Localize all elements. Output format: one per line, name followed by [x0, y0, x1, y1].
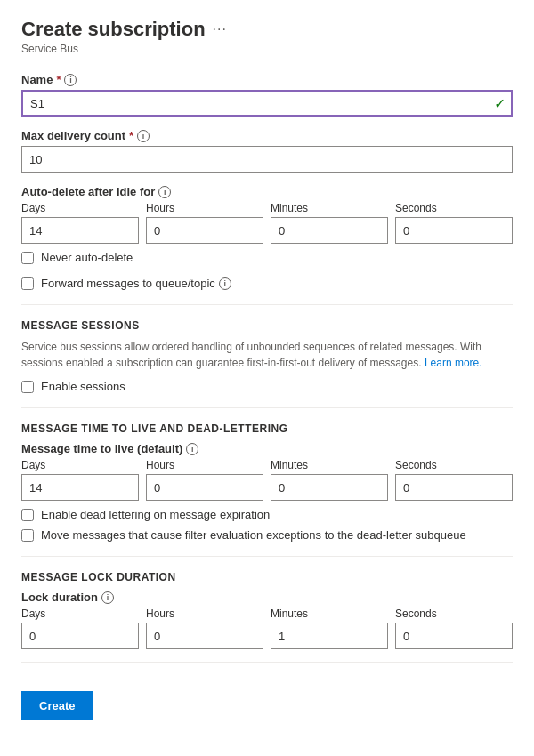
create-button[interactable]: Create [21, 691, 93, 720]
never-auto-delete-row: Never auto-delete [21, 251, 513, 264]
lock-divider [21, 556, 513, 557]
dead-letter-expiration-row: Enable dead lettering on message expirat… [21, 508, 513, 521]
forward-messages-checkbox[interactable] [21, 277, 34, 290]
name-required-star: * [56, 73, 61, 86]
ttl-hours-input[interactable] [146, 474, 263, 501]
ttl-days-input[interactable] [21, 474, 139, 501]
lock-label: Lock duration i [21, 591, 513, 604]
never-auto-delete-label: Never auto-delete [41, 251, 133, 264]
lock-minutes: Minutes [271, 607, 388, 649]
enable-sessions-row: Enable sessions [21, 380, 513, 393]
sessions-heading: MESSAGE SESSIONS [21, 319, 513, 332]
lock-duration-group: MESSAGE LOCK DURATION Lock duration i Da… [21, 571, 513, 649]
name-label: Name * i [21, 73, 513, 86]
filter-exception-label: Move messages that cause filter evaluati… [41, 528, 466, 542]
name-check-icon: ✓ [494, 95, 506, 112]
lock-minutes-input[interactable] [271, 623, 388, 649]
max-delivery-info-icon[interactable]: i [137, 130, 150, 142]
ttl-days: Days [21, 459, 139, 501]
lock-hours-input[interactable] [146, 623, 263, 649]
ttl-hours: Hours [146, 459, 263, 501]
page-title: Create subscription [21, 18, 206, 41]
ttl-seconds: Seconds [395, 459, 513, 501]
ttl-info-icon[interactable]: i [186, 443, 198, 455]
max-delivery-input[interactable] [21, 146, 513, 173]
sessions-divider [21, 304, 513, 305]
filter-exception-checkbox[interactable] [21, 529, 34, 542]
lock-hours: Hours [146, 607, 263, 649]
enable-sessions-label: Enable sessions [41, 380, 125, 393]
name-info-icon[interactable]: i [64, 74, 77, 86]
forward-messages-label: Forward messages to queue/topic i [41, 277, 231, 290]
message-ttl-group: MESSAGE TIME TO LIVE AND DEAD-LETTERING … [21, 422, 513, 542]
auto-delete-seconds-input[interactable] [395, 217, 513, 244]
auto-delete-info-icon[interactable]: i [158, 186, 171, 198]
name-input[interactable] [21, 90, 513, 117]
auto-delete-hours-input[interactable] [146, 217, 263, 244]
ttl-seconds-input[interactable] [395, 474, 513, 501]
auto-delete-days-input[interactable] [21, 217, 139, 244]
auto-delete-inputs: Days Hours Minutes Seconds [21, 202, 513, 244]
auto-delete-seconds: Seconds [395, 202, 513, 244]
lock-days: Days [21, 607, 139, 649]
page-subtitle: Service Bus [21, 43, 513, 55]
message-sessions-group: MESSAGE SESSIONS Service bus sessions al… [21, 319, 513, 393]
ttl-minutes-input[interactable] [271, 474, 388, 501]
auto-delete-hours: Hours [146, 202, 263, 244]
never-auto-delete-checkbox[interactable] [21, 252, 34, 264]
max-delivery-field-group: Max delivery count * i [21, 129, 513, 173]
lock-seconds-input[interactable] [395, 623, 513, 649]
forward-messages-info-icon[interactable]: i [219, 277, 231, 290]
lock-seconds: Seconds [395, 607, 513, 649]
ttl-inputs: Days Hours Minutes Seconds [21, 459, 513, 501]
ttl-label: Message time to live (default) i [21, 442, 513, 455]
name-field-group: Name * i ✓ [21, 73, 513, 117]
forward-messages-group: Forward messages to queue/topic i [21, 277, 513, 290]
bottom-section: Create [21, 662, 513, 720]
ttl-minutes: Minutes [271, 459, 388, 501]
dead-letter-expiration-checkbox[interactable] [21, 509, 34, 521]
forward-messages-row: Forward messages to queue/topic i [21, 277, 513, 290]
auto-delete-field-group: Auto-delete after idle for i Days Hours … [21, 185, 513, 264]
max-delivery-label: Max delivery count * i [21, 129, 513, 142]
auto-delete-minutes-input[interactable] [271, 217, 388, 244]
lock-inputs: Days Hours Minutes Seconds [21, 607, 513, 649]
sessions-description: Service bus sessions allow ordered handl… [21, 339, 513, 371]
name-input-wrapper: ✓ [21, 90, 513, 117]
auto-delete-minutes: Minutes [271, 202, 388, 244]
auto-delete-label: Auto-delete after idle for i [21, 185, 513, 198]
lock-info-icon[interactable]: i [101, 591, 114, 604]
sessions-learn-more-link[interactable]: Learn more. [425, 357, 482, 369]
ttl-heading: MESSAGE TIME TO LIVE AND DEAD-LETTERING [21, 422, 513, 435]
enable-sessions-checkbox[interactable] [21, 381, 34, 393]
max-delivery-required-star: * [129, 129, 134, 142]
lock-days-input[interactable] [21, 623, 139, 649]
auto-delete-days: Days [21, 202, 139, 244]
filter-exception-row: Move messages that cause filter evaluati… [21, 528, 513, 542]
ttl-divider [21, 407, 513, 408]
ellipsis-menu-icon[interactable]: ··· [213, 21, 227, 37]
lock-heading: MESSAGE LOCK DURATION [21, 571, 513, 583]
dead-letter-expiration-label: Enable dead lettering on message expirat… [41, 508, 270, 521]
